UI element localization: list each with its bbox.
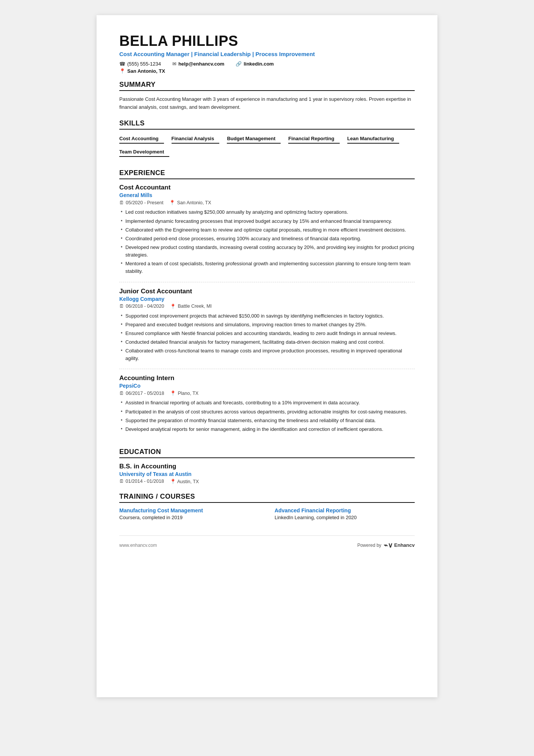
skill-budget-management: Budget Management [227, 134, 281, 144]
training-grid: Manufacturing Cost Management Coursera, … [119, 507, 415, 520]
job-meta-3: 🗓 06/2017 - 05/2018 📍 Plano, TX [119, 390, 415, 396]
resume-document: BELLA PHILLIPS Cost Accounting Manager |… [97, 15, 437, 697]
job-bullets-3: Assisted in financial reporting of actua… [119, 399, 415, 433]
pin-icon-1: 📍 [169, 200, 175, 205]
bullet-item: Developed new product costing standards,… [119, 244, 415, 259]
skill-team-development: Team Development [119, 147, 169, 157]
company-name-3: PepsiCo [119, 383, 415, 389]
bullet-item: Participated in the analysis of cost str… [119, 408, 415, 416]
pin-icon-2: 📍 [170, 304, 176, 309]
experience-section: EXPERIENCE Cost Accountant General Mills… [119, 169, 415, 440]
pin-icon-3: 📍 [170, 390, 176, 396]
job-location-1: 📍 San Antonio, TX [169, 200, 211, 205]
location-row: 📍 San Antonio, TX [119, 68, 415, 74]
phone-contact: ☎ (555) 555-1234 [119, 61, 161, 67]
location-pin-icon: 📍 [119, 68, 125, 74]
header-section: BELLA PHILLIPS Cost Accounting Manager |… [119, 33, 415, 74]
job-dates-1: 🗓 05/2020 - Present [119, 200, 163, 205]
training-item-1: Manufacturing Cost Management Coursera, … [119, 507, 259, 520]
company-name-2: Kellogg Company [119, 296, 415, 302]
calendar-icon-3: 🗓 [119, 391, 124, 396]
bullet-item: Supported the preparation of monthly fin… [119, 417, 415, 424]
course-name-2: Advanced Financial Reporting [275, 507, 415, 513]
candidate-title: Cost Accounting Manager | Financial Lead… [119, 51, 415, 57]
education-title: EDUCATION [119, 448, 415, 458]
job-dates-3: 🗓 06/2017 - 05/2018 [119, 391, 164, 396]
job-location-2: 📍 Battle Creek, MI [170, 304, 212, 309]
bullet-item: Mentored a team of cost specialists, fos… [119, 260, 415, 275]
edu-location-1: 📍 Austin, TX [170, 479, 199, 484]
link-icon: 🔗 [236, 61, 242, 67]
contact-row: ☎ (555) 555-1234 ✉ help@enhancv.com 🔗 li… [119, 61, 415, 67]
bullet-item: Prepared and executed budget revisions a… [119, 321, 415, 329]
company-name-1: General Mills [119, 192, 415, 198]
location-text: San Antonio, TX [127, 68, 165, 74]
edu-degree-1: B.S. in Accounting [119, 463, 415, 470]
bullet-item: Conducted detailed financial analysis fo… [119, 338, 415, 346]
summary-section: SUMMARY Passionate Cost Accounting Manag… [119, 81, 415, 111]
skill-lean-manufacturing: Lean Manufacturing [347, 134, 400, 144]
calendar-icon-edu: 🗓 [119, 479, 124, 484]
bullet-item: Assisted in financial reporting of actua… [119, 399, 415, 407]
bullet-item: Coordinated period-end close processes, … [119, 235, 415, 243]
calendar-icon-2: 🗓 [119, 304, 124, 309]
summary-text: Passionate Cost Accounting Manager with … [119, 95, 415, 111]
edu-dates-1: 🗓 01/2014 - 01/2018 [119, 479, 164, 484]
skills-section: SKILLS Cost Accounting Financial Analysi… [119, 119, 415, 161]
education-section: EDUCATION B.S. in Accounting University … [119, 448, 415, 484]
course-detail-1: Coursera, completed in 2019 [119, 515, 259, 520]
bullet-item: Implemented dynamic forecasting processe… [119, 218, 415, 225]
candidate-name: BELLA PHILLIPS [119, 33, 415, 49]
edu-school-1: University of Texas at Austin [119, 471, 415, 477]
enhancv-logo: ⌁∨ Enhancv [384, 541, 415, 549]
phone-number: (555) 555-1234 [127, 61, 161, 67]
linkedin-contact: 🔗 linkedin.com [236, 61, 273, 67]
footer-website: www.enhancv.com [119, 543, 157, 548]
training-section: TRAINING / COURSES Manufacturing Cost Ma… [119, 493, 415, 520]
edu-meta-1: 🗓 01/2014 - 01/2018 📍 Austin, TX [119, 479, 415, 484]
brand-name: Enhancv [394, 542, 415, 548]
email-icon: ✉ [172, 61, 176, 67]
job-bullets-2: Supported cost improvement projects that… [119, 312, 415, 363]
job-meta-2: 🗓 06/2018 - 04/2020 📍 Battle Creek, MI [119, 304, 415, 309]
course-name-1: Manufacturing Cost Management [119, 507, 259, 513]
summary-title: SUMMARY [119, 81, 415, 91]
job-entry-3: Accounting Intern PepsiCo 🗓 06/2017 - 05… [119, 374, 415, 440]
phone-icon: ☎ [119, 61, 125, 67]
job-dates-2: 🗓 06/2018 - 04/2020 [119, 304, 164, 309]
bullet-item: Developed analytical reports for senior … [119, 426, 415, 433]
bullet-item: Led cost reduction initiatives saving $2… [119, 208, 415, 216]
bullet-item: Collaborated with the Engineering team t… [119, 226, 415, 234]
job-location-3: 📍 Plano, TX [170, 390, 198, 396]
experience-title: EXPERIENCE [119, 169, 415, 179]
email-address: help@enhancv.com [178, 61, 225, 67]
calendar-icon-1: 🗓 [119, 200, 124, 205]
job-entry-2: Junior Cost Accountant Kellogg Company 🗓… [119, 288, 415, 369]
bullet-item: Collaborated with cross-functional teams… [119, 347, 415, 362]
powered-by-text: Powered by [357, 543, 381, 548]
job-entry-1: Cost Accountant General Mills 🗓 05/2020 … [119, 184, 415, 282]
email-contact: ✉ help@enhancv.com [172, 61, 225, 67]
skills-title: SKILLS [119, 119, 415, 130]
edu-entry-1: B.S. in Accounting University of Texas a… [119, 463, 415, 484]
job-title-3: Accounting Intern [119, 374, 415, 382]
course-detail-2: LinkedIn Learning, completed in 2020 [275, 515, 415, 520]
skill-cost-accounting: Cost Accounting [119, 134, 164, 144]
enhancv-logo-icon: ⌁∨ [384, 541, 393, 549]
footer-brand: Powered by ⌁∨ Enhancv [357, 541, 415, 549]
skills-container: Cost Accounting Financial Analysis Budge… [119, 134, 415, 161]
job-bullets-1: Led cost reduction initiatives saving $2… [119, 208, 415, 275]
bullet-item: Supported cost improvement projects that… [119, 312, 415, 320]
job-title-2: Junior Cost Accountant [119, 288, 415, 295]
bullet-item: Ensured compliance with Nestlé financial… [119, 330, 415, 337]
training-item-2: Advanced Financial Reporting LinkedIn Le… [275, 507, 415, 520]
job-meta-1: 🗓 05/2020 - Present 📍 San Antonio, TX [119, 200, 415, 205]
training-title: TRAINING / COURSES [119, 493, 415, 503]
pin-icon-edu: 📍 [170, 479, 176, 484]
skill-financial-analysis: Financial Analysis [172, 134, 220, 144]
linkedin-url: linkedin.com [244, 61, 273, 67]
footer-bar: www.enhancv.com Powered by ⌁∨ Enhancv [119, 535, 415, 549]
job-title-1: Cost Accountant [119, 184, 415, 191]
skill-financial-reporting: Financial Reporting [288, 134, 339, 144]
